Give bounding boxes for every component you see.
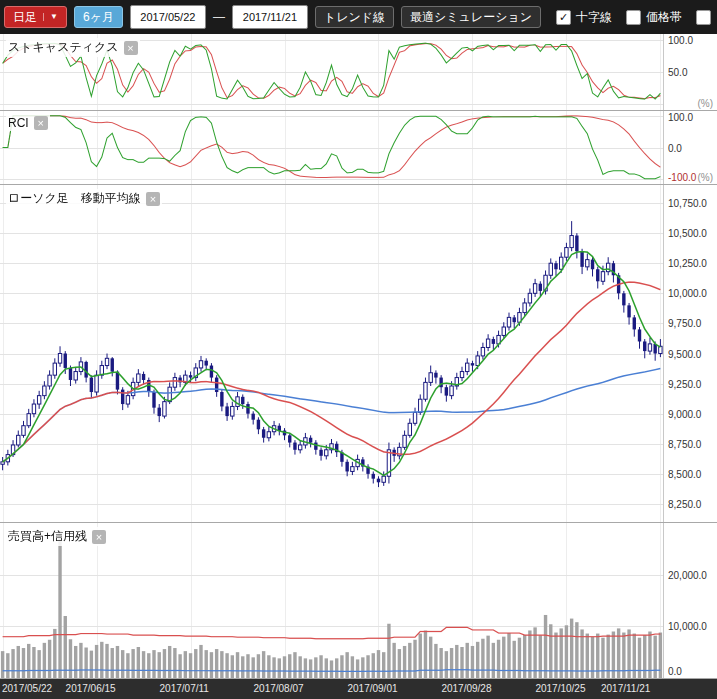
price-y-axis: 10,750.010,500.010,250.010,000.09,750.09… <box>663 185 717 522</box>
x-tick-label: 2017/09/01 <box>347 683 397 694</box>
panel-title: ストキャスティクス <box>8 39 119 56</box>
panel-title: 売買高+信用残 <box>8 528 87 545</box>
x-tick-label: 2017/05/22 <box>2 683 52 694</box>
y-tick-label: 10,500.0 <box>668 228 707 239</box>
y-tick-label: 100.0 <box>668 112 693 123</box>
y-axis-unit: (%) <box>697 98 713 109</box>
toolbar-checkbox-group: ✓十字線価格帯シミュレー <box>556 9 717 26</box>
y-tick-label: 9,000.0 <box>668 409 701 420</box>
close-icon[interactable]: × <box>92 530 106 544</box>
stochastics-chip: ストキャスティクス × <box>6 38 140 57</box>
rci-chip: RCI × <box>6 115 50 131</box>
volume-chart[interactable] <box>0 523 663 678</box>
x-tick-label: 2017/10/25 <box>535 683 585 694</box>
x-tick-label: 2017/07/11 <box>160 683 209 694</box>
panel-title: RCI <box>8 116 29 130</box>
close-icon[interactable]: × <box>146 192 160 206</box>
chevron-down-icon: ▼ <box>43 13 58 21</box>
y-tick-label: 8,500.0 <box>668 469 701 480</box>
x-tick-label: 2017/08/07 <box>254 683 304 694</box>
chart-app: 日足 ▼ 6ヶ月 — トレンド線 最適シミュレーション ✓十字線価格帯シミュレー… <box>0 0 717 699</box>
checkbox-label: 十字線 <box>576 9 612 26</box>
checkbox-checked-icon: ✓ <box>556 10 571 25</box>
y-tick-label: 20,000.0 <box>668 570 707 581</box>
volume-panel: 20,000.010,000.00.0 売買高+信用残 × <box>0 523 717 679</box>
volume-y-axis: 20,000.010,000.00.0 <box>663 523 717 678</box>
x-tick-label: 2017/06/15 <box>66 683 116 694</box>
y-tick-label: 0.0 <box>668 666 682 677</box>
close-icon[interactable]: × <box>124 41 138 55</box>
checkbox-simulation[interactable]: シミュレー <box>696 9 717 26</box>
rci-y-axis: 100.00.0-100.0(%) <box>663 111 717 184</box>
toolbar: 日足 ▼ 6ヶ月 — トレンド線 最適シミュレーション ✓十字線価格帯シミュレー <box>0 0 717 34</box>
y-tick-label: 50.0 <box>668 67 687 78</box>
simulation-button[interactable]: 最適シミュレーション <box>401 6 541 28</box>
checkbox-icon <box>626 10 641 25</box>
rci-chart[interactable] <box>0 111 663 184</box>
stochastics-panel: 100.050.0(%) ストキャスティクス × <box>0 34 717 111</box>
y-axis-unit: (%) <box>697 172 713 183</box>
checkbox-crosshair[interactable]: ✓十字線 <box>556 9 612 26</box>
trendline-button[interactable]: トレンド線 <box>315 6 394 28</box>
date-to-input[interactable] <box>232 5 308 29</box>
y-tick-label: 100.0 <box>668 35 693 46</box>
candlestick-panel: 10,750.010,500.010,250.010,000.09,750.09… <box>0 185 717 523</box>
x-tick-label: 2017/09/28 <box>441 683 491 694</box>
rci-panel: 100.00.0-100.0(%) RCI × <box>0 111 717 185</box>
interval-dropdown[interactable]: 日足 ▼ <box>4 6 67 28</box>
x-axis: 2017/05/222017/06/152017/07/112017/08/07… <box>0 679 717 699</box>
stochastics-y-axis: 100.050.0(%) <box>663 34 717 110</box>
y-tick-label: 8,750.0 <box>668 439 701 450</box>
range-button[interactable]: 6ヶ月 <box>74 6 123 28</box>
interval-label: 日足 <box>13 11 37 23</box>
y-tick-label: 9,750.0 <box>668 318 701 329</box>
checkbox-icon <box>696 10 711 25</box>
panel-title: ローソク足 移動平均線 <box>8 190 141 207</box>
y-tick-label: 10,750.0 <box>668 198 707 209</box>
x-tick-label: 2017/11/21 <box>601 683 650 694</box>
y-tick-label: 10,250.0 <box>668 258 707 269</box>
checkbox-label: 価格帯 <box>646 9 682 26</box>
close-icon[interactable]: × <box>34 116 48 130</box>
y-tick-label: 9,500.0 <box>668 349 701 360</box>
y-tick-label: 9,250.0 <box>668 379 701 390</box>
checkbox-price-band[interactable]: 価格帯 <box>626 9 682 26</box>
candlestick-chart[interactable] <box>0 185 663 522</box>
y-tick-label: 8,250.0 <box>668 499 701 510</box>
date-range-separator: — <box>213 10 225 24</box>
volume-chip: 売買高+信用残 × <box>6 527 108 546</box>
date-from-input[interactable] <box>130 5 206 29</box>
y-tick-label: 10,000.0 <box>668 288 707 299</box>
y-tick-label: 10,000.0 <box>668 621 707 632</box>
y-tick-label: 0.0 <box>668 143 682 154</box>
candlestick-chip: ローソク足 移動平均線 × <box>6 189 162 208</box>
y-tick-label: -100.0 <box>668 172 696 183</box>
